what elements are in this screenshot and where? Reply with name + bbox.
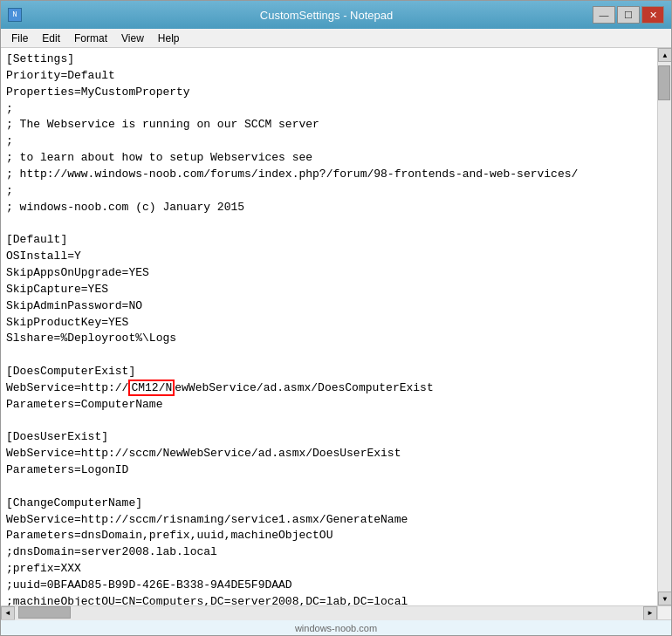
hscroll-thumb[interactable] bbox=[18, 606, 71, 619]
scroll-right-button[interactable]: ► bbox=[643, 606, 657, 620]
scroll-thumb[interactable] bbox=[658, 65, 670, 100]
window-controls: — ☐ ✕ bbox=[593, 6, 664, 24]
menu-help[interactable]: Help bbox=[151, 31, 187, 46]
minimize-button[interactable]: — bbox=[593, 6, 615, 24]
scrollbar-corner bbox=[657, 606, 671, 620]
menu-file[interactable]: File bbox=[4, 31, 35, 46]
scroll-track[interactable] bbox=[658, 62, 671, 592]
menu-view[interactable]: View bbox=[114, 31, 151, 46]
scroll-up-button[interactable]: ▲ bbox=[658, 48, 671, 62]
line-1: [Settings] Priority=Default Properties=M… bbox=[6, 52, 578, 605]
vertical-scrollbar[interactable]: ▲ ▼ bbox=[657, 48, 671, 605]
notepad-window: N CustomSettings - Notepad — ☐ ✕ File Ed… bbox=[0, 0, 672, 636]
watermark-text: windows-noob.com bbox=[295, 623, 377, 633]
editor-content: [Settings] Priority=Default Properties=M… bbox=[6, 51, 652, 605]
maximize-button[interactable]: ☐ bbox=[617, 6, 640, 24]
menu-edit[interactable]: Edit bbox=[35, 31, 67, 46]
scroll-down-button[interactable]: ▼ bbox=[658, 592, 671, 605]
close-button[interactable]: ✕ bbox=[641, 6, 664, 24]
content-area: [Settings] Priority=Default Properties=M… bbox=[1, 48, 671, 605]
hscroll-track[interactable] bbox=[15, 606, 643, 620]
window-title: CustomSettings - Notepad bbox=[60, 9, 593, 22]
scroll-left-button[interactable]: ◄ bbox=[1, 606, 15, 620]
menu-format[interactable]: Format bbox=[67, 31, 114, 46]
watermark-bar: windows-noob.com bbox=[1, 619, 671, 635]
text-editor[interactable]: [Settings] Priority=Default Properties=M… bbox=[1, 48, 657, 605]
highlight-cm12: CM12/N bbox=[128, 380, 175, 396]
title-bar: N CustomSettings - Notepad — ☐ ✕ bbox=[1, 1, 671, 29]
horizontal-scrollbar[interactable]: ◄ ► bbox=[1, 606, 657, 619]
horizontal-scrollbar-container: ◄ ► bbox=[1, 605, 671, 619]
menu-bar: File Edit Format View Help bbox=[1, 29, 671, 48]
app-icon: N bbox=[8, 8, 22, 22]
